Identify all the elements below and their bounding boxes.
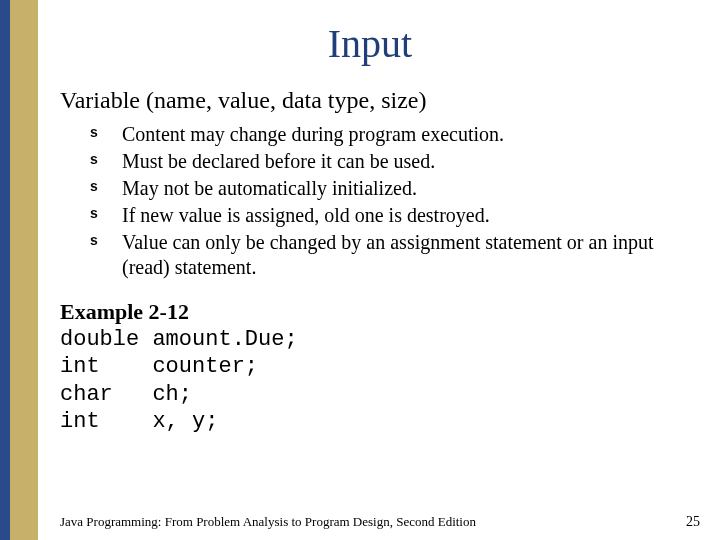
stripe-blue (0, 0, 10, 540)
code-line: char ch; (60, 381, 680, 409)
code-line: int counter; (60, 353, 680, 381)
footer: Java Programming: From Problem Analysis … (60, 514, 700, 530)
code-line: int x, y; (60, 408, 680, 436)
stripe-gold (10, 0, 38, 540)
side-stripe (0, 0, 38, 540)
list-item: May not be automatically initialized. (90, 176, 680, 201)
slide-content: Input Variable (name, value, data type, … (60, 20, 680, 500)
code-line: double amount.Due; (60, 326, 680, 354)
footer-text: Java Programming: From Problem Analysis … (60, 514, 476, 530)
bullet-list: Content may change during program execut… (60, 122, 680, 280)
example-title: Example 2-12 (60, 298, 680, 326)
list-item: Content may change during program execut… (90, 122, 680, 147)
slide-subheading: Variable (name, value, data type, size) (60, 87, 680, 114)
list-item: Value can only be changed by an assignme… (90, 230, 680, 280)
slide-title: Input (60, 20, 680, 67)
list-item: Must be declared before it can be used. (90, 149, 680, 174)
page-number: 25 (686, 514, 700, 530)
list-item: If new value is assigned, old one is des… (90, 203, 680, 228)
example-block: Example 2-12 double amount.Due; int coun… (60, 298, 680, 436)
